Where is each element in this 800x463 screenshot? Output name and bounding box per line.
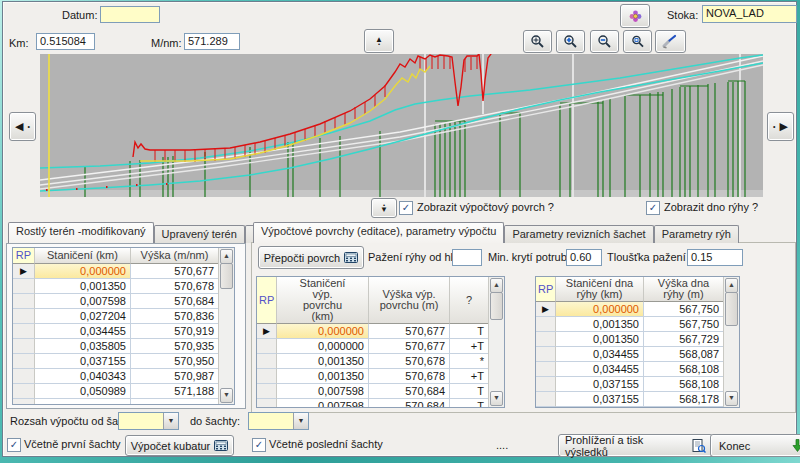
row-indicator[interactable] — [536, 332, 556, 347]
zoom-in-button[interactable] — [556, 30, 585, 53]
scrollbar-thumb[interactable] — [220, 263, 233, 289]
row-indicator[interactable]: ▶ — [536, 302, 556, 317]
cell[interactable]: 570,987 — [131, 369, 219, 384]
terrain-table-scrollbar[interactable]: ▲ ▼ — [218, 248, 234, 404]
cell[interactable]: 0,000000 — [556, 302, 644, 317]
column-header-stanice-dna[interactable]: Staničení dna rýhy (km) — [556, 277, 644, 302]
column-header-vyska-dna[interactable]: Výška dna rýhy (m) — [644, 277, 724, 302]
tab-rostly-teren[interactable]: Rostlý terén -modifikovaný — [8, 222, 154, 243]
cell[interactable]: 570,678 — [369, 354, 450, 369]
flower-toolbar-button[interactable] — [620, 4, 650, 28]
cell[interactable]: 0,001350 — [556, 332, 644, 347]
km-input[interactable]: 0.515084 — [36, 33, 95, 50]
row-indicator[interactable] — [13, 279, 35, 294]
column-header-vyska-povrchu[interactable]: Výška výp. povrchu (m) — [369, 277, 450, 324]
cell[interactable]: 570,684 — [131, 294, 219, 309]
datum-input[interactable] — [100, 6, 160, 23]
cell[interactable]: 0,050989 — [35, 384, 131, 399]
cell[interactable]: 0,040343 — [35, 369, 131, 384]
cell[interactable]: 567,750 — [644, 317, 724, 332]
row-indicator[interactable] — [536, 362, 556, 377]
profile-right-button[interactable]: •▶ — [767, 112, 794, 141]
tab-parametry-sachet[interactable]: Parametry revizních šachet — [504, 225, 653, 243]
cell[interactable]: 0,037155 — [556, 377, 644, 392]
column-header-stanice[interactable]: Staničení (km) — [35, 248, 131, 264]
row-indicator[interactable] — [536, 347, 556, 362]
cell[interactable]: 0,034455 — [556, 347, 644, 362]
scroll-up-icon[interactable]: ▲ — [725, 278, 738, 293]
to-shaft-combobox[interactable]: ▼ — [248, 412, 309, 430]
column-header-rp[interactable]: RP — [536, 277, 556, 302]
cell[interactable]: 570,684 — [369, 399, 450, 408]
cell[interactable]: 0,007598 — [35, 294, 131, 309]
cell[interactable]: 570,919 — [131, 324, 219, 339]
row-indicator[interactable] — [13, 294, 35, 309]
cell[interactable] — [35, 399, 131, 405]
cell[interactable]: 0,007598 — [277, 399, 369, 408]
preview-print-button[interactable]: Prohlížení a tisk výsledků — [558, 434, 713, 457]
cell[interactable]: 0,035805 — [35, 339, 131, 354]
tab-vypoctove-povrchy[interactable]: Výpočtové povrchy (editace), parametry v… — [253, 222, 504, 243]
tab-parametry-ryh[interactable]: Parametry rýh — [654, 225, 739, 243]
show-bottom-checkbox[interactable]: ✓ — [646, 201, 660, 215]
column-header-rp[interactable]: RP — [13, 248, 35, 264]
combo-arrow-icon[interactable]: ▼ — [293, 413, 308, 429]
cell[interactable]: 570,678 — [131, 279, 219, 294]
cell[interactable]: 0,001350 — [277, 354, 369, 369]
tab-upraveny-teren[interactable]: Upravený terén — [154, 225, 245, 243]
scroll-down-icon[interactable]: ▼ — [725, 391, 738, 406]
cell[interactable]: T — [450, 384, 489, 399]
cell[interactable]: 0,000000 — [35, 264, 131, 279]
cell[interactable]: +T — [450, 339, 489, 354]
cell[interactable]: 0,034455 — [35, 324, 131, 339]
scroll-down-icon[interactable]: ▼ — [490, 391, 503, 406]
cell[interactable]: 570,684 — [369, 384, 450, 399]
row-indicator[interactable] — [13, 354, 35, 369]
row-indicator[interactable] — [536, 392, 556, 407]
column-header-stanice-povrchu[interactable]: Staničení výp. povrchu (km) — [277, 277, 369, 324]
profile-up-button[interactable]: ▲ • — [364, 29, 394, 53]
cell[interactable]: 570,677 — [369, 324, 450, 339]
row-indicator[interactable] — [257, 354, 277, 369]
profile-canvas[interactable] — [40, 54, 763, 197]
cell[interactable]: 570,836 — [131, 309, 219, 324]
cell[interactable]: 0,001350 — [556, 317, 644, 332]
cell[interactable]: 568,087 — [644, 347, 724, 362]
recalc-surface-button[interactable]: Přepočti povrch — [258, 246, 364, 269]
row-indicator[interactable] — [13, 309, 35, 324]
scroll-up-icon[interactable]: ▲ — [490, 278, 503, 293]
scroll-down-icon[interactable]: ▼ — [220, 388, 233, 403]
cell[interactable]: 0,037155 — [35, 354, 131, 369]
row-indicator[interactable] — [257, 384, 277, 399]
cell[interactable]: 0,001350 — [277, 369, 369, 384]
scrollbar-thumb[interactable] — [725, 292, 738, 326]
cell[interactable]: 0,027204 — [35, 309, 131, 324]
cell[interactable]: 570,950 — [131, 354, 219, 369]
stoka-input[interactable]: NOVA_LAD — [702, 5, 797, 23]
cell[interactable]: 568,108 — [644, 362, 724, 377]
column-header-rp[interactable]: RP — [257, 277, 277, 324]
cell[interactable]: 567,729 — [644, 332, 724, 347]
cell[interactable]: 571,188 — [131, 384, 219, 399]
profile-left-button[interactable]: ◀• — [9, 112, 36, 141]
compute-volumes-button[interactable]: Výpočet kubatur — [125, 435, 234, 456]
cell[interactable]: 570,677 — [131, 264, 219, 279]
combo-arrow-icon[interactable]: ▼ — [163, 413, 178, 429]
cell[interactable]: 567,750 — [644, 302, 724, 317]
cell[interactable]: 568,108 — [644, 377, 724, 392]
cell[interactable]: 570,678 — [369, 369, 450, 384]
zoom-out-button[interactable] — [590, 30, 619, 53]
cell[interactable]: 0,001350 — [35, 279, 131, 294]
cell[interactable]: T — [450, 399, 489, 408]
end-button[interactable]: Konec — [710, 434, 800, 457]
cell[interactable]: 0,000000 — [277, 339, 369, 354]
cell[interactable] — [131, 399, 219, 405]
cell[interactable]: 568,178 — [644, 392, 724, 407]
thickness-input[interactable]: 0.15 — [687, 249, 743, 266]
include-first-shaft-checkbox[interactable]: ✓ — [7, 438, 21, 452]
row-indicator[interactable] — [536, 317, 556, 332]
row-indicator[interactable]: ▶ — [257, 324, 277, 339]
mnm-input[interactable]: 571.289 — [184, 33, 240, 50]
sheeting-input[interactable] — [452, 249, 482, 266]
row-indicator[interactable] — [257, 339, 277, 354]
